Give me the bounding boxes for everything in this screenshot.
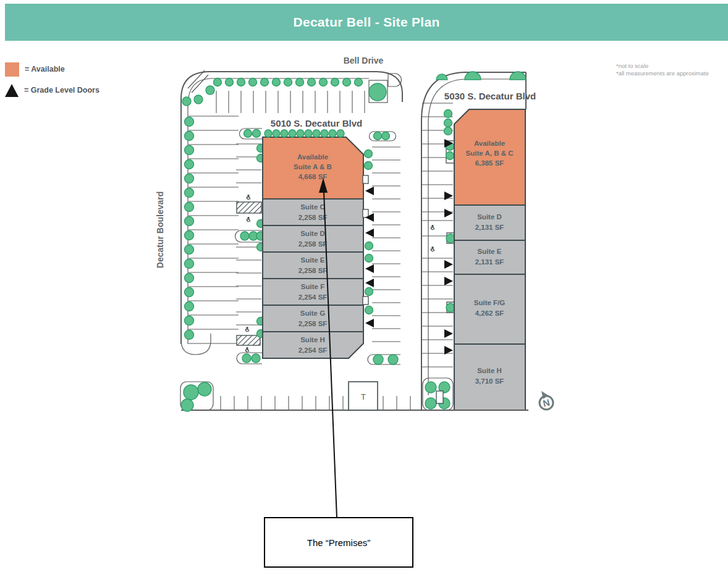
suite-label: 2,258 SF xyxy=(298,267,328,274)
legend-available-row: = Available xyxy=(5,62,99,77)
available-swatch-icon xyxy=(5,62,19,77)
bottom-stall-lines xyxy=(221,396,410,410)
suite-label: Suite H xyxy=(477,367,502,374)
door-notch xyxy=(363,209,368,217)
suite-label: Available xyxy=(474,140,505,147)
street-label-decatur-boulevard: Decatur Boulevard xyxy=(155,191,165,268)
accessible-parking-icon xyxy=(431,246,434,251)
grade-door-triangle-icon xyxy=(5,84,19,97)
accessible-parking-icon xyxy=(247,217,250,222)
suite-label: 2,258 SF xyxy=(298,214,328,221)
legend-grade-doors-label: = Grade Level Doors xyxy=(24,86,99,95)
legend-grade-doors-row: = Grade Level Doors xyxy=(5,83,99,98)
suite-label: 2,258 SF xyxy=(298,320,328,327)
building-5010-west-stalls xyxy=(235,128,266,364)
tree xyxy=(373,355,383,364)
building-5010-address: 5010 S. Decatur Blvd xyxy=(271,118,362,128)
accessible-parking-icon xyxy=(247,195,250,200)
north-compass: N xyxy=(540,391,553,410)
suite-label: 2,254 SF xyxy=(298,293,328,301)
accessible-parking-icon xyxy=(431,225,434,230)
note-approximate: *all measurements are approximate xyxy=(616,70,709,77)
building-5010-east-stalls xyxy=(363,147,400,364)
suite-label: 3,710 SF xyxy=(475,377,504,385)
suite-d xyxy=(454,205,525,240)
stall-lines xyxy=(372,147,400,342)
suite-label: 2,131 SF xyxy=(475,224,504,231)
accessible-parking-icon xyxy=(245,347,248,352)
compass-north-label: N xyxy=(542,397,551,408)
southwest-island-trees xyxy=(181,382,211,411)
title-bar: Decatur Bell - Site Plan xyxy=(5,4,728,41)
top-tree-row xyxy=(182,78,386,106)
accessible-parking-icon xyxy=(245,327,248,332)
building-5030-address: 5030 S. Decatur Blvd xyxy=(444,91,536,101)
suite-label: 2,131 SF xyxy=(475,258,504,266)
suite-label: Suite F xyxy=(301,283,324,290)
suite-e xyxy=(454,240,525,274)
building-5010-roof-trees xyxy=(265,130,344,137)
suite-label: Suite E xyxy=(478,248,502,255)
site-plan-canvas: Bell Drive Decatur Boulevard xyxy=(0,0,728,572)
tree xyxy=(374,132,382,140)
island-trees xyxy=(240,130,265,363)
suite-label: Available xyxy=(297,153,328,161)
tree xyxy=(388,355,398,364)
suite-label: 6,385 SF xyxy=(475,159,504,167)
suite-label: Suite H xyxy=(300,336,325,343)
note-not-to-scale: *not to scale xyxy=(616,62,709,70)
suite-label: Suite F/G xyxy=(474,299,506,306)
suite-label: Suite D xyxy=(300,230,325,237)
hatched-no-park-zone xyxy=(237,202,261,213)
south-island-trees xyxy=(425,382,450,409)
suite-label: Suite A & B xyxy=(294,163,332,170)
street-label-bell-drive: Bell Drive xyxy=(344,56,384,65)
premises-label: The “Premises” xyxy=(307,537,371,548)
tree xyxy=(382,132,390,140)
west-parking-stalls xyxy=(188,116,239,343)
door-notch xyxy=(363,175,368,183)
transformer-label: T xyxy=(361,392,366,402)
suite-label: 2,258 SF xyxy=(298,240,328,248)
west-tree-row xyxy=(185,117,194,340)
disclaimer-notes: *not to scale *all measurements are appr… xyxy=(616,62,709,77)
suite-label: 4,262 SF xyxy=(475,309,504,317)
suite-abc-available xyxy=(454,109,525,205)
suite-label: 4,668 SF xyxy=(298,173,328,180)
suite-label: 2,254 SF xyxy=(298,347,328,354)
suite-label: Suite A, B & C xyxy=(466,149,514,157)
building-5030: 5030 S. Decatur Blvd Available Suite A, … xyxy=(444,91,536,410)
suite-label: Suite D xyxy=(477,213,502,221)
door-notch xyxy=(363,297,368,305)
suite-label: Suite C xyxy=(300,203,325,211)
hatched-no-park-zone xyxy=(237,335,260,345)
stall-lines-lower xyxy=(236,247,261,325)
legend: = Available = Grade Level Doors xyxy=(5,62,99,104)
legend-available-label: = Available xyxy=(25,65,65,74)
top-end-cap xyxy=(388,74,402,86)
suite-label: Suite E xyxy=(301,256,325,264)
page-title: Decatur Bell - Site Plan xyxy=(293,15,439,30)
top-parking-stalls xyxy=(216,91,365,113)
suite-label: Suite G xyxy=(300,309,325,317)
